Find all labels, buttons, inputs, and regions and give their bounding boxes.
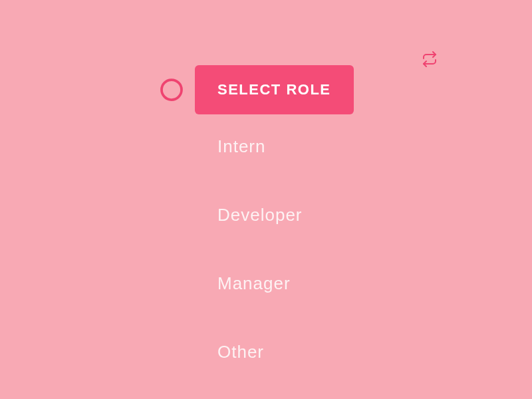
role-selector: SELECT ROLE	[160, 65, 354, 114]
select-role-button[interactable]: SELECT ROLE	[195, 65, 354, 114]
option-other[interactable]: Other	[217, 342, 303, 362]
option-developer[interactable]: Developer	[217, 205, 303, 225]
role-options-list: Intern Developer Manager Other	[217, 136, 303, 399]
option-intern[interactable]: Intern	[217, 136, 303, 157]
circle-icon	[160, 78, 184, 102]
repeat-icon[interactable]	[422, 51, 438, 67]
svg-point-0	[162, 80, 182, 100]
option-manager[interactable]: Manager	[217, 273, 303, 294]
